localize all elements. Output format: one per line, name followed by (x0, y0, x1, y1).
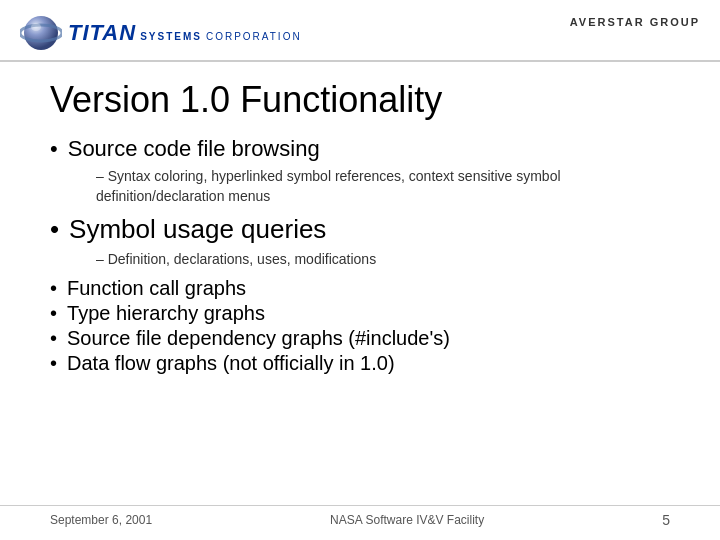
list-bullet-dot-2: • (50, 302, 57, 325)
list-bullet-dot-3: • (50, 327, 57, 350)
list-bullet-dot-1: • (50, 277, 57, 300)
footer-date: September 6, 2001 (50, 513, 152, 527)
bullet-source-code-text: Source code file browsing (68, 136, 320, 162)
list-bullet-1: • Function call graphs (50, 277, 670, 300)
svg-point-2 (31, 23, 41, 31)
list-bullets-group: • Function call graphs • Type hierarchy … (50, 277, 670, 375)
bullet-dot-1: • (50, 136, 58, 162)
slide-footer: September 6, 2001 NASA Software IV&V Fac… (0, 505, 720, 528)
list-bullet-2: • Type hierarchy graphs (50, 302, 670, 325)
logo-systems: SYSTEMS (140, 31, 202, 42)
bullet-dot-2: • (50, 214, 59, 245)
bullet-symbol-usage-text: Symbol usage queries (69, 214, 326, 245)
logo-area: TITAN SYSTEMS CORPORATION (20, 12, 302, 54)
list-bullet-text-3: Source file dependency graphs (#include'… (67, 327, 450, 350)
list-bullet-text-4: Data flow graphs (not officially in 1.0) (67, 352, 395, 375)
bullet-symbol-usage: • Symbol usage queries (50, 214, 670, 245)
averstar-group-label: AVERSTAR GROUP (570, 12, 700, 28)
slide-content: Version 1.0 Functionality • Source code … (0, 62, 720, 391)
footer-page-number: 5 (662, 512, 670, 528)
titan-logo-sphere (20, 12, 62, 54)
slide-title: Version 1.0 Functionality (50, 80, 670, 120)
logo-corporation: CORPORATION (206, 31, 302, 42)
svg-point-0 (24, 16, 58, 50)
bullet-symbol-usage-sub: – Definition, declarations, uses, modifi… (96, 249, 670, 269)
list-bullet-3: • Source file dependency graphs (#includ… (50, 327, 670, 350)
bullet-symbol-usage-sub-text: – Definition, declarations, uses, modifi… (96, 251, 376, 267)
list-bullet-dot-4: • (50, 352, 57, 375)
slide-header: TITAN SYSTEMS CORPORATION AVERSTAR GROUP (0, 0, 720, 62)
bullet-source-code: • Source code file browsing (50, 136, 670, 162)
list-bullet-text-1: Function call graphs (67, 277, 246, 300)
bullet-source-code-sub-text: – Syntax coloring, hyperlinked symbol re… (96, 168, 561, 204)
list-bullet-4: • Data flow graphs (not officially in 1.… (50, 352, 670, 375)
list-bullet-text-2: Type hierarchy graphs (67, 302, 265, 325)
logo-titan: TITAN (68, 20, 136, 46)
footer-facility: NASA Software IV&V Facility (330, 513, 484, 527)
slide: TITAN SYSTEMS CORPORATION AVERSTAR GROUP… (0, 0, 720, 540)
bullet-source-code-sub: – Syntax coloring, hyperlinked symbol re… (96, 166, 670, 207)
logo-text-group: TITAN SYSTEMS CORPORATION (68, 20, 302, 46)
